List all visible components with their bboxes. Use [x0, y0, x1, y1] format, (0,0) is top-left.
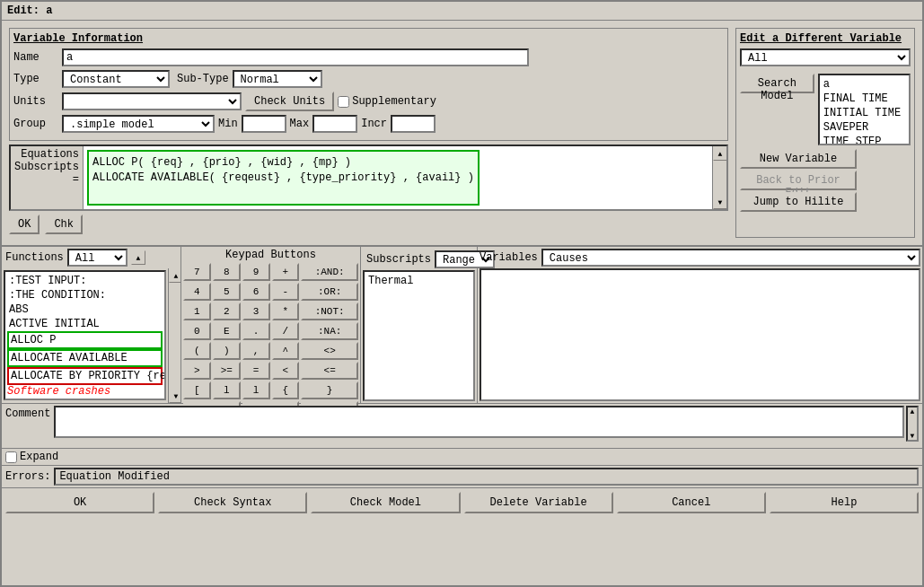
kp-plus[interactable]: + — [272, 263, 300, 281]
var-item-final-time[interactable]: FINAL TIME — [822, 92, 907, 106]
kp-8[interactable]: 8 — [213, 263, 241, 281]
functions-scroll-up[interactable]: ▲ — [169, 268, 180, 283]
footer-help-button[interactable]: Help — [770, 492, 919, 513]
group-select[interactable]: .simple model — [62, 115, 215, 133]
supplementary-checkbox-row[interactable]: Supplementary — [338, 95, 436, 108]
comment-scrollbar: ▲ ▼ — [906, 406, 919, 442]
func-item-the-condition[interactable]: :THE CONDITION: — [7, 288, 163, 302]
kp-not[interactable]: :NOT: — [301, 302, 358, 320]
functions-list-box: :TEST INPUT: :THE CONDITION: ABS ACTIVE … — [4, 270, 166, 400]
kp-minus[interactable]: - — [272, 283, 300, 301]
name-input[interactable] — [62, 48, 529, 66]
kp-rcurly[interactable]: } — [301, 381, 358, 399]
subscripts-col-label: Subscripts — [14, 161, 79, 173]
kp-7[interactable]: 7 — [183, 263, 211, 281]
var-item-a[interactable]: a — [822, 77, 907, 92]
comment-input[interactable] — [54, 406, 904, 438]
comment-scroll-down[interactable]: ▼ — [908, 432, 917, 440]
type-select[interactable]: Constant Auxiliary Level Rate — [62, 70, 170, 88]
errors-value: Equation Modified — [54, 468, 919, 486]
kp-lcurly[interactable]: { — [272, 381, 300, 399]
kp-6[interactable]: 6 — [242, 283, 270, 301]
kp-caret[interactable]: ^ — [272, 342, 300, 360]
variables-list-box — [480, 268, 920, 401]
equation-scrollbar[interactable]: ▲ ▼ — [712, 146, 726, 209]
kp-eq[interactable]: = — [242, 362, 270, 380]
kp-dot[interactable]: . — [242, 322, 270, 340]
kp-div[interactable]: / — [272, 322, 300, 340]
kp-pipe1[interactable]: l — [213, 381, 241, 399]
back-to-prior-edit-button[interactable]: Back to Prior Edit — [740, 171, 857, 190]
kp-5[interactable]: 5 — [213, 283, 241, 301]
func-item-arccos[interactable]: ARCCOS — [7, 398, 163, 400]
kp-4[interactable]: 4 — [183, 283, 211, 301]
equation-editor[interactable]: ALLOC P( {req} , {prio} , {wid} , {mp} )… — [84, 146, 712, 209]
new-variable-button[interactable]: New Variable — [740, 149, 857, 169]
units-label: Units — [13, 95, 58, 108]
search-model-button[interactable]: Search Model — [740, 74, 814, 93]
variables-panel: Variables Causes All Uses — [478, 247, 922, 403]
kp-1[interactable]: 1 — [183, 302, 211, 320]
kp-lte[interactable]: <= — [301, 362, 358, 380]
variables-filter[interactable]: Causes All Uses — [541, 249, 920, 267]
func-item-allocate-available[interactable]: ALLOCATE AVAILABLE — [7, 349, 163, 367]
kp-2[interactable]: 2 — [213, 302, 241, 320]
comment-scroll-up[interactable]: ▲ — [908, 407, 917, 416]
func-item-active-initial[interactable]: ACTIVE INITIAL — [7, 317, 163, 331]
footer-check-syntax-button[interactable]: Check Syntax — [158, 492, 307, 513]
supplementary-checkbox[interactable] — [338, 96, 349, 108]
kp-gt[interactable]: > — [183, 362, 211, 380]
incr-input[interactable] — [391, 115, 436, 133]
ok-button[interactable]: OK — [9, 215, 40, 234]
units-select[interactable] — [62, 92, 242, 110]
kp-and[interactable]: :AND: — [301, 263, 358, 281]
kp-or[interactable]: :OR: — [301, 283, 358, 301]
footer-ok-button[interactable]: OK — [5, 492, 154, 513]
expand-label-row[interactable]: Expand — [5, 451, 58, 463]
func-item-test-input[interactable]: :TEST INPUT: — [7, 274, 163, 288]
subtype-select[interactable]: Normal Shadow Data — [233, 70, 322, 88]
kp-3[interactable]: 3 — [242, 302, 270, 320]
functions-up-arrow[interactable]: ▲ — [131, 250, 145, 265]
functions-filter[interactable]: All Math Logic — [67, 249, 128, 267]
scroll-down-arrow[interactable]: ▼ — [713, 195, 727, 209]
chk-button[interactable]: Chk — [45, 215, 83, 234]
subscript-thermal[interactable]: Thermal — [366, 274, 471, 288]
jump-to-hilite-button[interactable]: Jump to Hilite — [740, 192, 857, 212]
var-item-time-step[interactable]: TIME STEP — [822, 135, 907, 145]
max-input[interactable] — [312, 115, 357, 133]
kp-mult[interactable]: * — [272, 302, 300, 320]
type-label: Type — [13, 73, 58, 85]
kp-9[interactable]: 9 — [242, 263, 270, 281]
footer-cancel-button[interactable]: Cancel — [617, 492, 766, 513]
expand-checkbox[interactable] — [5, 451, 17, 463]
kp-lparen[interactable]: ( — [183, 342, 211, 360]
kp-0[interactable]: 0 — [183, 322, 211, 340]
footer-check-model-button[interactable]: Check Model — [311, 492, 460, 513]
eq-line3 — [92, 186, 474, 201]
footer-delete-variable-button[interactable]: Delete Variable — [464, 492, 613, 513]
functions-title: Functions — [5, 251, 64, 264]
kp-lbracket[interactable]: [ — [183, 381, 211, 399]
kp-rparen[interactable]: ) — [213, 342, 241, 360]
func-item-allocate-by-priority[interactable]: ALLOCATE BY PRIORITY {req} , {pric — [7, 367, 163, 385]
min-input[interactable] — [242, 115, 286, 133]
kp-gte[interactable]: >= — [213, 362, 241, 380]
func-item-alloc-p[interactable]: ALLOC P — [7, 331, 163, 349]
var-item-initial-time[interactable]: INITIAL TIME — [822, 106, 907, 120]
check-units-button[interactable]: Check Units — [245, 92, 334, 111]
kp-e[interactable]: E — [213, 322, 241, 340]
bottom-area: Functions All Math Logic ▲ :TEST INPUT: … — [2, 245, 922, 517]
kp-comma[interactable]: , — [242, 342, 270, 360]
kp-neq[interactable]: <> — [301, 342, 358, 360]
var-item-saveper[interactable]: SAVEPER — [822, 120, 907, 135]
func-item-abs[interactable]: ABS — [7, 302, 163, 317]
kp-na[interactable]: :NA: — [301, 322, 358, 340]
functions-scroll-down[interactable]: ▼ — [169, 389, 180, 403]
scroll-up-arrow[interactable]: ▲ — [713, 146, 727, 161]
all-select[interactable]: All — [740, 48, 911, 66]
functions-row: Functions All Math Logic ▲ :TEST INPUT: … — [2, 247, 922, 404]
kp-pipe2[interactable]: l — [242, 381, 270, 399]
min-label: Min — [218, 118, 238, 130]
kp-lt[interactable]: < — [272, 362, 300, 380]
